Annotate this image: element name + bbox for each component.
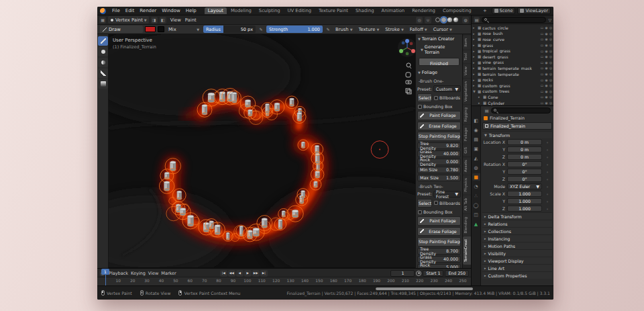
billboards-checkbox[interactable]: Billboards xyxy=(433,200,461,206)
finished-button[interactable]: Finished xyxy=(419,58,460,66)
exclude-checkbox-icon[interactable]: ▭ xyxy=(541,78,544,82)
expand-icon[interactable]: ▸ xyxy=(473,60,476,64)
average-tool-button[interactable] xyxy=(98,58,108,67)
animate-decorator-icon[interactable]: ∘ xyxy=(544,177,551,181)
timeline-ruler[interactable]: 1020304050607080901001101201301401501601… xyxy=(97,277,471,285)
property-value-field[interactable]: 0 m xyxy=(507,154,542,160)
visibility-panel-header[interactable]: ▸Visibility xyxy=(482,249,552,257)
paint-foliage-button[interactable]: Paint Foliage xyxy=(417,216,461,225)
stop-painting-foliage-button[interactable]: Stop Painting Foliage xyxy=(417,237,461,246)
relations-panel-header[interactable]: ▸Relations xyxy=(482,220,552,227)
bounding-box-checkbox[interactable]: Bounding Box xyxy=(417,209,461,215)
npanel-tab-item[interactable]: Item xyxy=(463,36,471,50)
expand-icon[interactable]: ▸ xyxy=(473,37,476,41)
snap-magnet-icon[interactable]: ∪ xyxy=(425,17,431,24)
exclude-checkbox-icon[interactable]: ▭ xyxy=(541,49,544,53)
vertex-mask-icon[interactable]: ◧ xyxy=(160,17,166,24)
max-size-slider[interactable]: Max Size1.500 xyxy=(417,175,461,181)
billboards-checkbox[interactable]: Billboards xyxy=(433,95,461,101)
hide-viewport-icon[interactable]: ◉ xyxy=(545,83,547,87)
exclude-checkbox-icon[interactable]: ▭ xyxy=(541,43,544,47)
hide-viewport-icon[interactable]: ◉ xyxy=(545,72,547,76)
data-properties-tab[interactable]: ▲ xyxy=(472,220,480,228)
animate-decorator-icon[interactable]: ∘ xyxy=(544,140,551,144)
property-value-field[interactable]: 0 m xyxy=(507,146,542,152)
menu-help[interactable]: Help xyxy=(183,8,199,13)
timeline-menu-marker[interactable]: Marker xyxy=(160,271,177,276)
disable-render-icon[interactable]: ◎ xyxy=(549,54,552,58)
property-value-field[interactable]: 0° xyxy=(507,169,542,175)
animate-decorator-icon[interactable]: ∘ xyxy=(544,163,551,167)
solid-shading-icon[interactable] xyxy=(441,17,446,22)
current-frame-field[interactable]: 1 xyxy=(390,270,415,277)
outliner-filter-icon[interactable]: ▽ xyxy=(548,17,551,22)
npanel-tab-gis[interactable]: GIS xyxy=(463,144,471,157)
strength-slider[interactable]: Strength 1.000 xyxy=(266,26,323,33)
gradient-tool-button[interactable] xyxy=(98,79,108,89)
collapse-icon[interactable]: ▼ xyxy=(473,89,476,93)
grass-density-slider[interactable]: Grass Density40.000 xyxy=(417,256,461,263)
playback-button-0[interactable]: |◀ xyxy=(220,270,227,277)
viewport-menu-paint[interactable]: Paint xyxy=(183,17,199,23)
playback-button-3[interactable]: ▶ xyxy=(244,270,252,277)
falloff-dropdown[interactable]: Falloff▼ xyxy=(408,26,429,33)
npanel-tab-foliage[interactable]: Foliage xyxy=(463,125,471,144)
workspace-tab-modeling[interactable]: Modeling xyxy=(227,7,255,14)
workspace-tab-geometry-nodes[interactable]: Geometry Nodes xyxy=(476,7,478,14)
menu-window[interactable]: Window xyxy=(159,8,183,13)
preset-dropdown[interactable]: Pine Forest▼ xyxy=(433,191,461,197)
outliner-row-tropical-grass[interactable]: ▸▦tropical_grass▭◉◎ xyxy=(473,48,552,54)
paint-mask-icon[interactable]: ◨ xyxy=(151,17,158,24)
property-value-field[interactable]: 0° xyxy=(507,176,542,182)
property-value-field[interactable]: 1.000 xyxy=(507,191,542,197)
property-value-field[interactable]: 0 m xyxy=(507,139,542,145)
tool-properties-tab[interactable]: ◧ xyxy=(472,117,480,124)
outliner-row-vine-grass[interactable]: ▸▦vine_grass▭◉◎ xyxy=(473,60,552,66)
terrain-creator-header[interactable]: ▼ Terrain Creator xyxy=(417,36,461,42)
output-properties-tab[interactable]: ▤ xyxy=(472,136,480,143)
radius-slider[interactable]: Radius 50 px xyxy=(203,26,256,33)
disable-render-icon[interactable]: ◎ xyxy=(549,78,552,82)
world-properties-tab[interactable]: ◍ xyxy=(472,164,480,171)
line-art-panel-header[interactable]: ▸Line Art xyxy=(482,264,552,271)
auto-keying-icon[interactable] xyxy=(416,271,421,276)
disable-render-icon[interactable]: ◎ xyxy=(549,26,552,30)
frame-end-field[interactable]: End 250 xyxy=(445,270,469,277)
viewport-menu-view[interactable]: View xyxy=(168,17,183,23)
motion-paths-panel-header[interactable]: ▸Motion Paths xyxy=(482,242,552,249)
material-shading-icon[interactable] xyxy=(447,17,452,22)
hide-viewport-icon[interactable]: ◉ xyxy=(545,60,547,64)
outliner-row-rose-curve[interactable]: ▸▦rose_curve▭◉◎ xyxy=(473,36,552,42)
workspace-tab-uv-editing[interactable]: UV Editing xyxy=(284,7,315,14)
disable-render-icon[interactable]: ◎ xyxy=(549,72,552,76)
object-properties-tab[interactable]: ■ xyxy=(472,173,480,181)
disable-render-icon[interactable]: ◎ xyxy=(549,37,552,41)
active-brush-field[interactable]: Draw xyxy=(100,26,143,33)
wireframe-shading-icon[interactable] xyxy=(435,17,440,22)
disable-render-icon[interactable]: ◎ xyxy=(549,32,552,36)
hide-viewport-icon[interactable]: ◉ xyxy=(545,95,547,99)
erase-foliage-button[interactable]: Erase Foliage xyxy=(417,227,461,236)
expand-icon[interactable]: ▸ xyxy=(473,43,476,47)
outliner-display-mode-icon[interactable]: ▤ xyxy=(474,17,480,23)
hide-viewport-icon[interactable]: ◉ xyxy=(545,78,547,82)
expand-icon[interactable]: ▸ xyxy=(473,78,476,82)
radius-pressure-icon[interactable]: ✎ xyxy=(258,26,264,33)
property-value-field[interactable]: 1.000 xyxy=(507,206,542,212)
custom-properties-panel-header[interactable]: ▸Custom Properties xyxy=(482,271,552,279)
npanel-tab-physics[interactable]: Physics xyxy=(463,175,471,195)
delta-transform-panel-header[interactable]: ▸Delta Transform xyxy=(482,212,552,220)
property-value-field[interactable]: 1.000 xyxy=(507,198,542,204)
npanel-tab-rigging[interactable]: Rigging xyxy=(463,105,471,124)
hide-viewport-icon[interactable]: ◉ xyxy=(545,26,547,30)
outliner-row-desert-grass[interactable]: ▸▦desert_grass▭◉◎ xyxy=(473,54,552,60)
animate-decorator-icon[interactable]: ∘ xyxy=(544,155,551,159)
overlays-icon[interactable]: ◍ xyxy=(462,17,469,24)
exclude-checkbox-icon[interactable]: ▭ xyxy=(541,32,544,36)
stroke-dropdown[interactable]: Stroke▼ xyxy=(383,26,406,33)
disable-render-icon[interactable]: ◎ xyxy=(549,89,552,93)
outliner-row-custom-grass[interactable]: ▸▦custom_grass▭◉◎ xyxy=(473,83,552,89)
outliner-row-rose-bush[interactable]: ▸▦rose_bush▭◉◎ xyxy=(473,31,552,37)
disable-render-icon[interactable]: ◎ xyxy=(549,101,552,105)
outliner-row-custom-trees[interactable]: ▼▦custom_trees▭◉◎ xyxy=(473,89,552,95)
